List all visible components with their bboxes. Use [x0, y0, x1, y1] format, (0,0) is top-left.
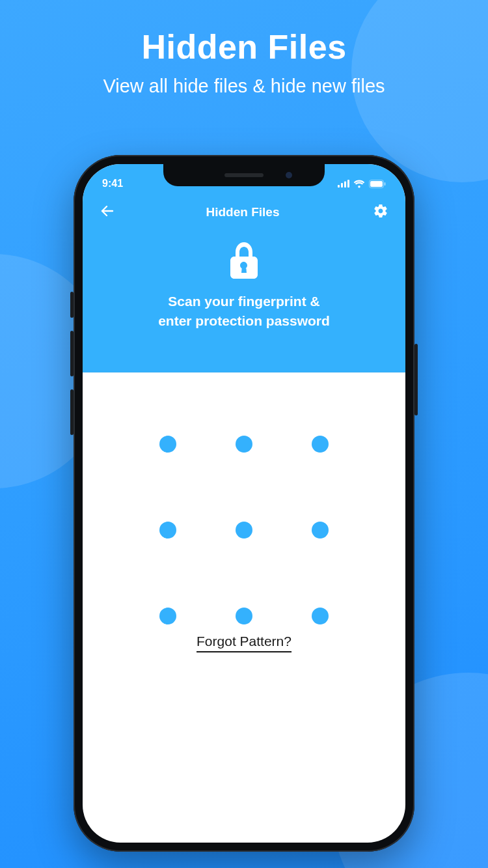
status-right — [338, 180, 386, 188]
pattern-dot[interactable] — [236, 522, 252, 539]
nav-bar: Hidden Files — [83, 195, 405, 223]
promo-header: Hidden Files View all hide files & hide … — [0, 0, 488, 97]
forgot-pattern-link[interactable]: Forgot Pattern? — [197, 634, 291, 652]
promo-title: Hidden Files — [0, 27, 488, 66]
pattern-dot[interactable] — [159, 436, 176, 453]
arrow-left-icon — [100, 203, 115, 221]
pattern-dot[interactable] — [236, 608, 252, 624]
pattern-dot[interactable] — [236, 436, 252, 453]
pattern-grid[interactable] — [130, 401, 358, 659]
phone-side-button — [70, 389, 74, 435]
gear-icon — [373, 203, 388, 221]
svg-rect-6 — [385, 182, 386, 186]
svg-rect-5 — [370, 181, 383, 187]
lock-text-line2: enter protection password — [83, 311, 405, 331]
wifi-icon — [353, 180, 365, 188]
phone-notch — [163, 164, 325, 186]
app-header: 9:41 — [83, 164, 405, 372]
pattern-dot[interactable] — [312, 608, 329, 624]
svg-rect-1 — [341, 183, 343, 188]
phone-side-button — [70, 331, 74, 376]
promo-subtitle: View all hide files & hide new files — [0, 76, 488, 97]
pattern-dot[interactable] — [312, 522, 329, 539]
signal-icon — [338, 180, 349, 188]
lock-text-line1: Scan your fingerprint & — [83, 292, 405, 311]
phone-camera — [286, 172, 292, 178]
phone-side-button — [70, 292, 74, 318]
lock-section: Scan your fingerprint & enter protection… — [83, 241, 405, 331]
settings-button[interactable] — [370, 202, 391, 223]
pattern-area: Forgot Pattern? — [83, 372, 405, 757]
page-title: Hidden Files — [115, 205, 370, 219]
pattern-dot[interactable] — [159, 608, 176, 624]
lock-icon — [227, 241, 261, 283]
phone-screen: 9:41 — [83, 164, 405, 843]
phone-mockup: 9:41 — [74, 155, 414, 852]
svg-rect-0 — [338, 185, 340, 188]
svg-rect-2 — [344, 182, 346, 188]
svg-rect-3 — [347, 180, 349, 188]
battery-icon — [369, 180, 386, 188]
lock-instructions: Scan your fingerprint & enter protection… — [83, 292, 405, 331]
phone-speaker — [224, 173, 264, 177]
pattern-dot[interactable] — [159, 522, 176, 539]
pattern-dot[interactable] — [312, 436, 329, 453]
phone-side-button — [414, 344, 418, 415]
status-time: 9:41 — [102, 178, 123, 189]
